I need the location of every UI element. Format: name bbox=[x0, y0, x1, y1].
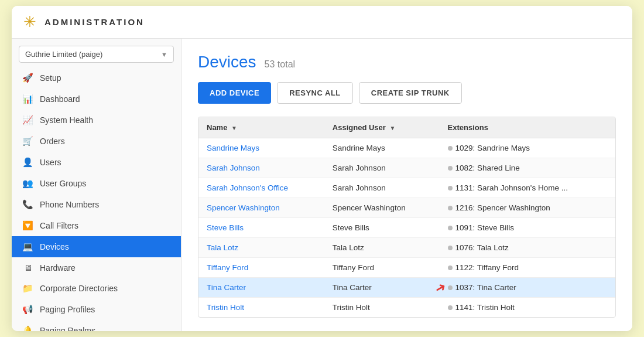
orders-icon: 🛒 bbox=[22, 136, 33, 147]
sidebar-item-corporate-directories[interactable]: 📁 Corporate Directories bbox=[12, 278, 181, 299]
cell-assigned-user: Tristin Holt bbox=[324, 298, 440, 318]
paging-realms-icon: 🔔 bbox=[22, 325, 33, 331]
cell-extension: 1076: Tala Lotz bbox=[440, 238, 615, 258]
cell-extension: 1082: Shared Line bbox=[440, 158, 615, 178]
app-header: ✳ ADMINISTRATION bbox=[12, 6, 632, 39]
ext-text: 1037: Tina Carter bbox=[455, 283, 516, 292]
ext-status-dot bbox=[448, 226, 453, 230]
col-assigned-user[interactable]: Assigned User ▼ bbox=[324, 117, 440, 138]
sidebar-label-devices: Devices bbox=[40, 242, 69, 251]
main-panel: Devices 53 total ADD DEVICE RESYNC ALL C… bbox=[181, 39, 632, 331]
table-row[interactable]: Spencer Washington Spencer Washington 12… bbox=[198, 198, 615, 218]
cell-assigned-user: Spencer Washington bbox=[324, 198, 440, 218]
setup-icon: 🚀 bbox=[22, 73, 33, 83]
sidebar-label-system-health: System Health bbox=[40, 115, 93, 125]
ext-text: 1131: Sarah Johnson's Home ... bbox=[455, 183, 568, 192]
sidebar-item-paging-realms[interactable]: 🔔 Paging Realms bbox=[12, 320, 181, 331]
sidebar-label-paging-profiles: Paging Profiles bbox=[40, 305, 95, 314]
ext-status-dot bbox=[448, 206, 453, 210]
logo-icon: ✳ bbox=[23, 13, 36, 31]
org-dropdown-label: Guthrie Limited (paige) bbox=[25, 50, 102, 59]
ext-text: 1216: Spencer Washington bbox=[455, 203, 550, 212]
cell-assigned-user: Sarah Johnson bbox=[324, 158, 440, 178]
sidebar-item-setup[interactable]: 🚀 Setup bbox=[12, 67, 181, 88]
table-row[interactable]: Tristin Holt Tristin Holt 1141: Tristin … bbox=[198, 298, 615, 318]
cell-name: Sandrine Mays bbox=[198, 138, 324, 158]
chevron-down-icon: ▼ bbox=[161, 51, 167, 58]
cell-assigned-user: Tiffany Ford bbox=[324, 258, 440, 278]
sort-icon: ▼ bbox=[231, 125, 237, 131]
ext-text: 1091: Steve Bills bbox=[455, 223, 515, 232]
cell-name: Tala Lotz bbox=[198, 238, 324, 258]
cell-name: Sarah Johnson bbox=[198, 158, 324, 178]
cell-assigned-user: Steve Bills bbox=[324, 218, 440, 238]
cell-extension: 1122: Tiffany Ford bbox=[440, 258, 615, 278]
page-count: 53 total bbox=[265, 59, 295, 70]
cell-assigned-user: Sarah Johnson bbox=[324, 178, 440, 198]
table-row[interactable]: Tiffany Ford Tiffany Ford 1122: Tiffany … bbox=[198, 258, 615, 278]
cell-assigned-user: Tina Carter ➜ bbox=[324, 278, 440, 298]
table-row[interactable]: Tina Carter Tina Carter ➜ 1037: Tina Car… bbox=[198, 278, 615, 298]
call-filters-icon: 🔽 bbox=[22, 220, 33, 231]
phone-numbers-icon: 📞 bbox=[22, 199, 33, 210]
ext-status-dot bbox=[448, 186, 453, 190]
table-body: Sandrine Mays Sandrine Mays 1029: Sandri… bbox=[198, 138, 615, 318]
sidebar-item-paging-profiles[interactable]: 📢 Paging Profiles bbox=[12, 299, 181, 320]
table-row[interactable]: Sandrine Mays Sandrine Mays 1029: Sandri… bbox=[198, 138, 615, 158]
corporate-directories-icon: 📁 bbox=[22, 283, 33, 294]
sidebar-item-call-filters[interactable]: 🔽 Call Filters bbox=[12, 215, 181, 236]
sidebar: Guthrie Limited (paige) ▼ 🚀 Setup 📊 Dash… bbox=[12, 39, 181, 331]
cell-extension: 1141: Tristin Holt bbox=[440, 298, 615, 318]
sidebar-label-call-filters: Call Filters bbox=[40, 221, 78, 230]
table-row[interactable]: Sarah Johnson Sarah Johnson 1082: Shared… bbox=[198, 158, 615, 178]
sidebar-label-orders: Orders bbox=[40, 137, 65, 146]
ext-status-dot bbox=[448, 305, 453, 310]
cell-name: Spencer Washington bbox=[198, 198, 324, 218]
cell-name: Steve Bills bbox=[198, 218, 324, 238]
cell-extension: 1037: Tina Carter bbox=[440, 278, 615, 298]
table-row[interactable]: Tala Lotz Tala Lotz 1076: Tala Lotz bbox=[198, 238, 615, 258]
ext-text: 1141: Tristin Holt bbox=[455, 303, 515, 312]
org-dropdown[interactable]: Guthrie Limited (paige) ▼ bbox=[19, 46, 174, 63]
table-row[interactable]: Steve Bills Steve Bills 1091: Steve Bill… bbox=[198, 218, 615, 238]
ext-status-dot bbox=[448, 285, 453, 290]
ext-text: 1076: Tala Lotz bbox=[455, 243, 509, 252]
action-buttons: ADD DEVICE RESYNC ALL CREATE SIP TRUNK bbox=[198, 82, 616, 104]
cell-extension: 1131: Sarah Johnson's Home ... bbox=[440, 178, 615, 198]
users-icon: 👤 bbox=[22, 157, 33, 168]
sidebar-label-hardware: Hardware bbox=[40, 263, 76, 273]
table-header: Name ▼ Assigned User ▼ Extensions bbox=[198, 117, 615, 138]
cell-extension: 1091: Steve Bills bbox=[440, 218, 615, 238]
user-groups-icon: 👥 bbox=[22, 178, 33, 189]
paging-profiles-icon: 📢 bbox=[22, 304, 33, 315]
ext-status-dot bbox=[448, 166, 453, 171]
add-device-button[interactable]: ADD DEVICE bbox=[198, 82, 271, 104]
cell-name: Tiffany Ford bbox=[198, 258, 324, 278]
main-content: Devices 53 total ADD DEVICE RESYNC ALL C… bbox=[181, 39, 632, 331]
system-health-icon: 📈 bbox=[22, 115, 33, 125]
hardware-icon: 🖥 bbox=[22, 263, 33, 273]
sidebar-item-user-groups[interactable]: 👥 User Groups bbox=[12, 173, 181, 194]
sidebar-item-hardware[interactable]: 🖥 Hardware bbox=[12, 257, 181, 278]
sidebar-label-setup: Setup bbox=[40, 73, 61, 83]
sidebar-item-phone-numbers[interactable]: 📞 Phone Numbers bbox=[12, 194, 181, 215]
ext-status-dot bbox=[448, 265, 453, 270]
sidebar-item-devices[interactable]: 💻 Devices bbox=[12, 236, 181, 257]
page-header: Devices 53 total bbox=[198, 53, 616, 72]
cell-assigned-user: Sandrine Mays bbox=[324, 138, 440, 158]
sidebar-item-orders[interactable]: 🛒 Orders bbox=[12, 131, 181, 152]
sidebar-item-users[interactable]: 👤 Users bbox=[12, 152, 181, 173]
devices-table-container: Name ▼ Assigned User ▼ Extensions Sandri… bbox=[198, 117, 616, 318]
col-name[interactable]: Name ▼ bbox=[198, 117, 324, 138]
resync-all-button[interactable]: RESYNC ALL bbox=[277, 82, 353, 104]
ext-text: 1122: Tiffany Ford bbox=[455, 263, 519, 272]
ext-status-dot bbox=[448, 246, 453, 250]
dashboard-icon: 📊 bbox=[22, 94, 33, 104]
sidebar-item-dashboard[interactable]: 📊 Dashboard bbox=[12, 88, 181, 110]
table-row[interactable]: Sarah Johnson's Office Sarah Johnson 113… bbox=[198, 178, 615, 198]
sidebar-label-users: Users bbox=[40, 158, 61, 167]
cell-extension: 1216: Spencer Washington bbox=[440, 198, 615, 218]
create-sip-trunk-button[interactable]: CREATE SIP TRUNK bbox=[359, 82, 462, 104]
sidebar-item-system-health[interactable]: 📈 System Health bbox=[12, 110, 181, 131]
app-body: Guthrie Limited (paige) ▼ 🚀 Setup 📊 Dash… bbox=[12, 39, 632, 331]
